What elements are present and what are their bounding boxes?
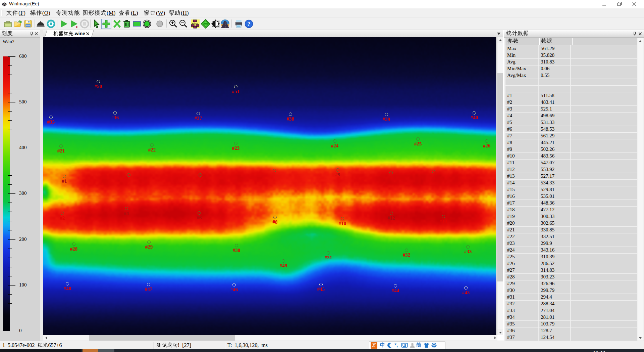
svg-text:c: c bbox=[76, 24, 78, 29]
svg-text:?: ? bbox=[248, 21, 251, 27]
